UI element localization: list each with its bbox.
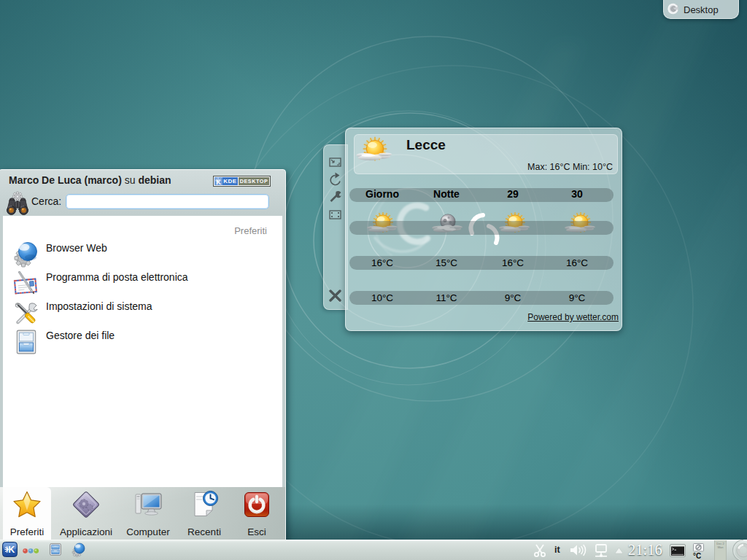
- svg-text:K: K: [216, 178, 221, 186]
- svg-text:K: K: [8, 545, 15, 555]
- svg-text:°C: °C: [693, 552, 701, 560]
- svg-text:KDE: KDE: [223, 178, 237, 184]
- svg-text:DESKTOP: DESKTOP: [240, 178, 268, 184]
